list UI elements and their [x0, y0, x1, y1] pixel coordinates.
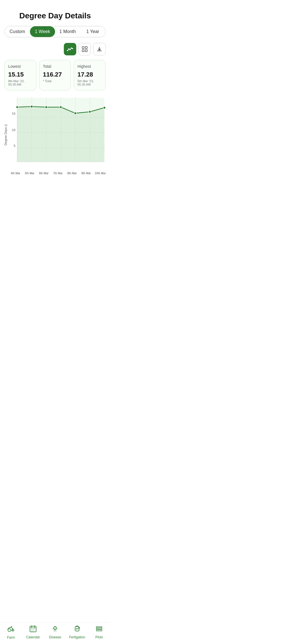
download-button[interactable]: [93, 43, 106, 55]
stat-total-label: Total: [43, 64, 67, 69]
chart-container: Degree Days (): [0, 95, 110, 180]
tab-custom[interactable]: Custom: [5, 26, 30, 37]
stat-lowest-value: 15.15: [8, 71, 33, 78]
tab-1week[interactable]: 1 Week: [30, 26, 55, 37]
svg-rect-7: [82, 50, 84, 52]
svg-point-3: [71, 47, 72, 49]
page-title: Degree Day Details: [0, 0, 110, 26]
svg-text:15: 15: [12, 112, 16, 115]
stat-lowest: Lowest 15.15 8th Mar '23, 05:30 AM: [5, 60, 36, 90]
svg-point-27: [60, 106, 62, 108]
svg-text:10: 10: [12, 128, 16, 132]
svg-marker-23: [17, 106, 104, 162]
x-label-4: 8th Mar: [65, 172, 79, 175]
y-axis-label: Degree Days (): [3, 95, 8, 175]
svg-rect-8: [85, 50, 87, 52]
stat-lowest-sub: 8th Mar '23, 05:30 AM: [8, 79, 33, 86]
x-label-2: 6th Mar: [37, 172, 51, 175]
stat-lowest-label: Lowest: [8, 64, 33, 69]
chart-inner: 15 10 5: [8, 95, 107, 175]
svg-point-1: [68, 48, 69, 49]
svg-point-24: [16, 106, 18, 108]
toolbar: [0, 43, 110, 60]
grid-view-button[interactable]: [79, 43, 91, 55]
svg-point-2: [69, 49, 71, 50]
svg-point-29: [89, 111, 91, 113]
x-label-0: 4th Mar: [8, 172, 23, 175]
tab-1year[interactable]: 1 Year: [80, 26, 105, 37]
stats-row: Lowest 15.15 8th Mar '23, 05:30 AM Total…: [0, 60, 110, 95]
stat-total-value: 116.27: [43, 71, 67, 78]
stat-total: Total 116.27 * Total: [39, 60, 71, 90]
svg-point-26: [45, 106, 47, 108]
x-axis-labels: 4th Mar 5th Mar 6th Mar 7th Mar 8th Mar …: [8, 171, 107, 175]
svg-point-28: [74, 112, 77, 114]
svg-point-4: [72, 48, 73, 49]
svg-rect-6: [85, 47, 87, 49]
stat-highest-value: 17.28: [77, 71, 102, 78]
x-label-3: 7th Mar: [51, 172, 65, 175]
chart-svg: 15 10 5: [8, 95, 107, 171]
stat-highest: Highest 17.28 5th Mar '23, 05:30 AM: [74, 60, 106, 90]
period-tabs: Custom 1 Week 1 Month 1 Year: [5, 26, 106, 37]
svg-rect-5: [82, 47, 84, 49]
x-label-6: 10th Mar: [93, 172, 107, 175]
stat-highest-sub: 5th Mar '23, 05:30 AM: [77, 79, 102, 86]
svg-point-25: [30, 105, 33, 108]
svg-point-30: [103, 106, 106, 109]
chart-view-button[interactable]: [64, 43, 76, 55]
stat-total-sub: * Total: [43, 79, 67, 83]
stat-highest-label: Highest: [77, 64, 102, 69]
svg-point-0: [67, 50, 68, 51]
svg-text:5: 5: [14, 144, 15, 147]
tab-1month[interactable]: 1 Month: [55, 26, 80, 37]
x-label-5: 9th Mar: [79, 172, 93, 175]
x-label-1: 5th Mar: [23, 172, 37, 175]
